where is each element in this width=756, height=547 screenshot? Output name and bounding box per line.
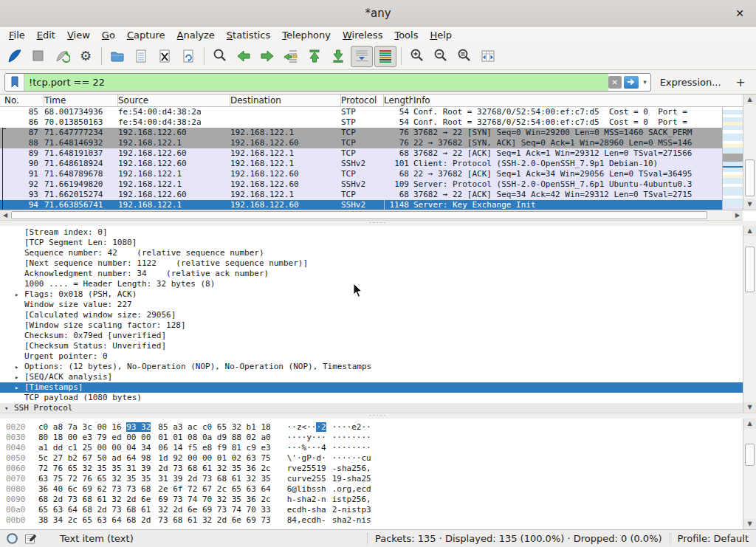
display-filter-input[interactable] — [24, 74, 608, 91]
menu-edit[interactable]: Edit — [31, 29, 61, 41]
packet-list-vscrollbar[interactable]: ▲ ▼ — [743, 94, 756, 210]
detail-line[interactable]: 1000 .... = Header Length: 32 bytes (8) — [0, 279, 743, 289]
scroll-up-arrow[interactable]: ▲ — [743, 419, 756, 429]
menu-view[interactable]: View — [61, 29, 96, 41]
expander-icon[interactable]: ▸ — [15, 382, 24, 393]
detail-line[interactable]: [Window size scaling factor: 128] — [0, 320, 743, 331]
intelligent-scrollbar-minimap[interactable] — [722, 107, 743, 210]
packet-row-89[interactable]: 8971.648191037192.168.122.60192.168.122.… — [0, 148, 756, 159]
zoom-in-button[interactable] — [406, 46, 428, 67]
add-filter-button[interactable]: + — [730, 75, 752, 89]
stop-capture-button[interactable] — [27, 46, 49, 67]
column-header-time[interactable]: Time — [44, 94, 118, 106]
go-to-packet-button[interactable] — [280, 46, 302, 67]
zoom-out-button[interactable] — [430, 46, 452, 67]
column-header-destination[interactable]: Destination — [230, 94, 341, 106]
expander-icon[interactable]: ▾ — [4, 403, 14, 413]
detail-line[interactable]: Window size value: 227 — [0, 300, 743, 310]
filter-history-dropdown[interactable]: ▾ — [640, 78, 650, 86]
menu-help[interactable]: Help — [424, 29, 458, 41]
find-packet-button[interactable] — [209, 46, 231, 67]
hex-row[interactable]: 003080 18 00 e3 79 ed 00 0001 01 08 0a d… — [6, 433, 743, 443]
packet-row-88[interactable]: 8871.648146932192.168.122.1192.168.122.6… — [0, 138, 756, 148]
packet-row-85[interactable]: 8568.001734936fe:54:00:d4:38:2aSTP54Conf… — [0, 107, 756, 117]
detail-line-ssh-protocol[interactable]: ▾SSH Protocol — [0, 403, 756, 413]
menu-statistics[interactable]: Statistics — [221, 29, 276, 41]
status-profile[interactable]: Profile: Default — [678, 533, 756, 544]
colorize-toggle[interactable] — [374, 46, 396, 67]
go-last-packet-button[interactable] — [327, 46, 349, 67]
detail-line[interactable]: TCP payload (1080 bytes) — [0, 393, 743, 403]
detail-line[interactable]: [TCP Segment Len: 1080] — [0, 238, 743, 248]
menu-telephony[interactable]: Telephony — [276, 29, 337, 41]
scroll-up-arrow[interactable]: ▲ — [743, 226, 756, 236]
restart-capture-button[interactable] — [51, 46, 73, 67]
column-header-protocol[interactable]: Protocol — [341, 94, 384, 106]
scroll-up-arrow[interactable]: ▲ — [743, 94, 756, 105]
open-file-button[interactable] — [106, 46, 128, 67]
hex-row[interactable]: 009068 2d 73 68 61 32 2d 6e69 73 74 70 3… — [6, 495, 743, 505]
detail-line[interactable]: Sequence number: 42 (relative sequence n… — [0, 248, 743, 258]
detail-line[interactable]: [Checksum Status: Unverified] — [0, 341, 743, 351]
scroll-down-arrow[interactable]: ▼ — [743, 199, 756, 210]
hex-row[interactable]: 00505c 27 b2 67 50 ad 64 981d 92 00 00 0… — [6, 453, 743, 464]
hex-row[interactable]: 00a065 63 64 68 2d 73 68 6132 2d 6e 69 7… — [6, 505, 743, 515]
auto-scroll-toggle[interactable] — [351, 46, 373, 67]
detail-line-timestamps-selected[interactable]: ▸[Timestamps] — [0, 382, 756, 393]
column-header-length[interactable]: Length — [384, 94, 413, 106]
expert-info-icon[interactable] — [6, 532, 18, 545]
menu-analyze[interactable]: Analyze — [171, 29, 221, 41]
scroll-thumb[interactable] — [745, 159, 755, 196]
packet-row-86[interactable]: 8670.013850163fe:54:00:d4:38:2aSTP54Conf… — [0, 117, 756, 128]
detail-line[interactable]: Checksum: 0x79ed [unverified] — [0, 331, 743, 341]
go-back-button[interactable] — [233, 46, 255, 67]
start-capture-button[interactable] — [4, 46, 26, 67]
column-header-source[interactable]: Source — [118, 94, 230, 106]
detail-line[interactable]: [Next sequence number: 1122 (relative se… — [0, 258, 743, 269]
packet-row-93[interactable]: 9371.662015274192.168.122.60192.168.122.… — [0, 190, 756, 200]
hex-row[interactable]: 008036 40 6c 69 62 73 73 682e 6f 72 67 2… — [6, 484, 743, 495]
detail-line[interactable]: [Stream index: 0] — [0, 227, 743, 238]
packet-row-87[interactable]: 8771.647777234192.168.122.60192.168.122.… — [0, 128, 756, 138]
close-file-button[interactable] — [154, 46, 176, 67]
scroll-left-arrow[interactable]: ◀ — [0, 210, 10, 220]
packet-row-92[interactable]: 9271.661949820192.168.122.1192.168.122.6… — [0, 179, 756, 190]
scroll-down-arrow[interactable]: ▼ — [743, 519, 756, 529]
menu-file[interactable]: File — [3, 29, 31, 41]
capture-comment-icon[interactable] — [24, 533, 36, 545]
packet-list-hscrollbar[interactable]: ◀ ▶ — [0, 210, 743, 221]
reload-file-button[interactable] — [177, 46, 199, 67]
detail-line-seq-ack[interactable]: ▸[SEQ/ACK analysis] — [0, 372, 743, 382]
detail-line[interactable]: [Calculated window size: 29056] — [0, 310, 743, 320]
detail-line-flags[interactable]: ▸Flags: 0x018 (PSH, ACK) — [0, 289, 743, 300]
menu-capture[interactable]: Capture — [121, 29, 171, 41]
column-header-no[interactable]: No. — [3, 94, 44, 106]
scroll-thumb[interactable] — [745, 444, 755, 466]
go-first-packet-button[interactable] — [303, 46, 326, 67]
expander-icon[interactable]: ▸ — [15, 362, 24, 372]
close-button[interactable]: ✕ — [732, 6, 747, 21]
filter-bookmark-button[interactable] — [5, 74, 24, 91]
details-vscrollbar[interactable]: ▲ ▼ — [743, 226, 756, 413]
packet-row-90[interactable]: 9071.648618924192.168.122.60192.168.122.… — [0, 159, 756, 169]
packet-row-94-selected[interactable]: 9471.663856741192.168.122.1192.168.122.6… — [0, 200, 756, 210]
hex-row[interactable]: 0020c0 a8 7a 3c 00 16 93 3285 a3 ac c0 6… — [6, 422, 743, 433]
pane-splitter[interactable]: ····· — [0, 413, 756, 419]
menu-go[interactable]: Go — [96, 29, 121, 41]
detail-line[interactable]: Urgent pointer: 0 — [0, 351, 743, 362]
expander-icon[interactable]: ▸ — [15, 372, 24, 382]
save-file-button[interactable] — [130, 46, 152, 67]
hex-row[interactable]: 0040a1 dd c1 25 00 00 04 3406 14 f5 e8 f… — [6, 443, 743, 453]
scroll-thumb[interactable] — [11, 211, 707, 219]
go-forward-button[interactable] — [256, 46, 278, 67]
hex-row[interactable]: 006072 76 65 32 35 35 31 392d 73 68 61 3… — [6, 464, 743, 474]
resize-columns-button[interactable] — [477, 46, 499, 67]
detail-line[interactable]: Acknowledgment number: 34 (relative ack … — [0, 269, 743, 279]
hex-vscrollbar[interactable]: ▲ ▼ — [743, 419, 756, 529]
zoom-original-button[interactable] — [453, 46, 475, 67]
detail-line-options[interactable]: ▸Options: (12 bytes), No-Operation (NOP)… — [0, 362, 743, 372]
menu-wireless[interactable]: Wireless — [337, 29, 388, 41]
hex-row[interactable]: 00b038 34 2c 65 63 64 68 2d73 68 61 32 2… — [6, 515, 743, 526]
scroll-down-arrow[interactable]: ▼ — [743, 402, 756, 413]
hex-row[interactable]: 007063 75 72 76 65 32 35 3531 39 2d 73 6… — [6, 474, 743, 484]
